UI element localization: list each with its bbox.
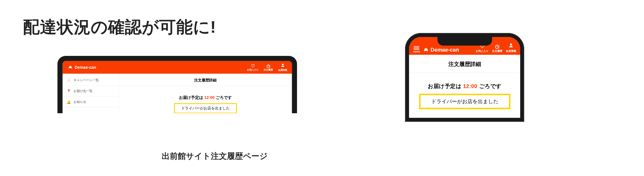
phone-device-frame: menu Demae-can ♡ お気に入り ◷ 注文履歴 会 (405, 33, 524, 122)
star-icon: ☆ (67, 78, 71, 82)
sidebar-item-addresses[interactable]: 📍 お届け先一覧 (63, 86, 119, 97)
phone-screen: menu Demae-can ♡ お気に入り ◷ 注文履歴 会 (409, 37, 520, 118)
user-icon (281, 63, 285, 68)
figure-caption: 出前館サイト注文履歴ページ (0, 151, 429, 162)
sidebar-item-campaigns[interactable]: ☆ キャンペーン一覧 (63, 75, 119, 86)
brand-logo-icon (423, 47, 429, 53)
app-header: Demae-can ♡ お気に入り ◷ 注文履歴 会員情報 (63, 61, 292, 74)
main-content: 注文履歴詳細 お届け予定は 12:00 ごろです ドライバーがお店を出ました (119, 74, 292, 113)
pin-icon: 📍 (67, 89, 71, 93)
page-title: 注文履歴詳細 (119, 74, 292, 86)
brand[interactable]: Demae-can (68, 65, 96, 70)
eta-line: お届け予定は 12:00 ごろです (409, 83, 520, 90)
bell-icon: 🔔 (67, 100, 71, 104)
sidebar-item-label: お知らせ (74, 100, 86, 104)
desktop-screen: Demae-can ♡ お気に入り ◷ 注文履歴 会員情報 ☆ (63, 61, 292, 113)
sidebar-item-label: キャンペーン一覧 (74, 78, 99, 82)
header-history[interactable]: ◷ 注文履歴 (492, 44, 502, 53)
sidebar-item-notices[interactable]: 🔔 お知らせ (63, 97, 119, 107)
menu-label: menu (413, 50, 420, 53)
header-history[interactable]: ◷ 注文履歴 (264, 64, 273, 71)
eta-suffix: ごろです (216, 95, 232, 100)
header-favorites-label: お気に入り (247, 68, 259, 71)
user-icon (508, 43, 514, 49)
page-title: 注文履歴詳細 (409, 55, 520, 73)
header-account-label: 会員情報 (506, 49, 516, 53)
header-favorites[interactable]: ♡ お気に入り (247, 64, 259, 71)
header-favorites-label: お気に入り (476, 49, 489, 53)
menu-button[interactable]: menu (413, 46, 420, 53)
sidebar-item-label: お届け先一覧 (74, 89, 92, 93)
desktop-device-frame: Demae-can ♡ お気に入り ◷ 注文履歴 会員情報 ☆ (57, 56, 297, 113)
delivery-status-badge: ドライバーがお店を出ました (174, 103, 237, 113)
eta-prefix: お届け予定は (428, 83, 461, 89)
hamburger-icon (414, 46, 419, 50)
page-headline: 配達状況の確認が可能に! (23, 16, 216, 38)
eta-time: 12:00 (204, 95, 215, 100)
phone-notch (437, 37, 492, 46)
header-account-label: 会員情報 (278, 69, 287, 72)
eta-prefix: お届け予定は (179, 95, 203, 100)
brand[interactable]: Demae-can (423, 47, 459, 53)
header-history-label: 注文履歴 (492, 49, 502, 53)
header-account[interactable]: 会員情報 (278, 63, 287, 72)
heart-icon: ♡ (251, 64, 255, 68)
sidebar: ☆ キャンペーン一覧 📍 お届け先一覧 🔔 お知らせ (63, 74, 119, 113)
header-history-label: 注文履歴 (264, 68, 273, 71)
delivery-status-badge: ドライバーがお店を出ました (419, 94, 510, 109)
eta-time: 12:00 (463, 83, 477, 89)
brand-name: Demae-can (431, 47, 459, 53)
clock-icon: ◷ (495, 44, 500, 49)
clock-icon: ◷ (267, 64, 270, 68)
eta-line: お届け予定は 12:00 ごろです (119, 95, 292, 100)
header-account[interactable]: 会員情報 (506, 43, 516, 53)
brand-name: Demae-can (75, 65, 96, 70)
brand-logo-icon (68, 65, 73, 70)
eta-suffix: ごろです (479, 83, 502, 89)
